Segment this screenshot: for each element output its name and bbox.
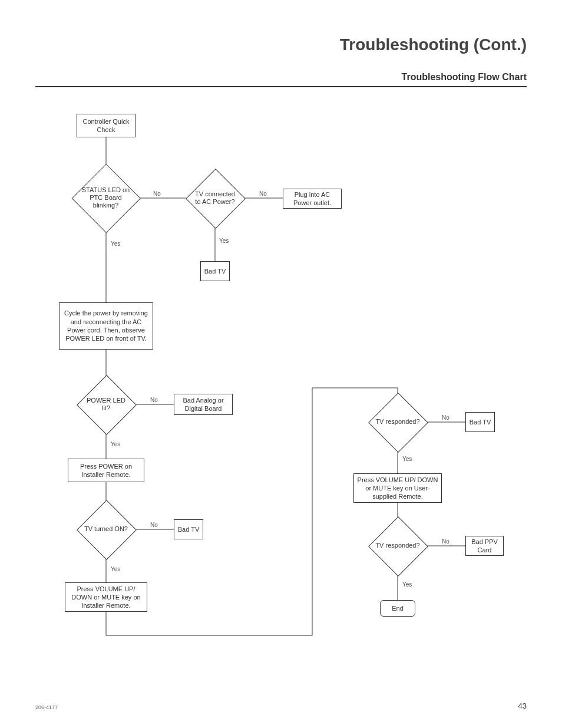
label-yes: Yes (402, 456, 412, 462)
label-yes: Yes (111, 241, 120, 247)
node-badtv3: Bad TV (465, 412, 495, 432)
node-badppv: Bad PPV Card (465, 536, 504, 556)
node-presspower: Press POWER on Installer Remote. (68, 459, 144, 482)
node-d-turnedon-text: TV turned ON? (77, 500, 135, 559)
label-yes: Yes (111, 566, 120, 572)
node-d-power: POWER LED lit? (77, 375, 135, 434)
node-badtv1: Bad TV (200, 261, 230, 281)
node-d-status: STATUS LED on PTC Board blinking? (72, 164, 140, 232)
page-number: 43 (518, 701, 527, 710)
label-no: No (153, 190, 161, 197)
node-start: Controller Quick Check (77, 114, 135, 137)
label-yes: Yes (219, 238, 229, 244)
node-pressvol1: Press VOLUME UP/ DOWN or MUTE key on Ins… (65, 582, 147, 612)
node-d-resp2-text: TV responded? (368, 516, 427, 575)
node-d-ac: TV connected to AC Power? (186, 169, 244, 228)
label-yes: Yes (111, 441, 120, 447)
node-badtv2: Bad TV (174, 519, 203, 539)
node-d-turnedon: TV turned ON? (77, 500, 135, 559)
flowchart: Controller Quick Check STATUS LED on PTC… (35, 111, 527, 653)
doc-number: 206-4177 (35, 704, 58, 710)
node-d-status-text: STATUS LED on PTC Board blinking? (72, 164, 140, 232)
node-badboard: Bad Analog or Digital Board (174, 394, 233, 415)
node-d-power-text: POWER LED lit? (77, 375, 135, 434)
node-d-resp1: TV responded? (368, 393, 427, 452)
label-no: No (442, 538, 449, 545)
node-plug: Plug into AC Power outlet. (283, 189, 342, 209)
node-d-resp1-text: TV responded? (368, 393, 427, 452)
label-no: No (150, 522, 158, 528)
label-yes: Yes (402, 581, 412, 588)
node-end: End (380, 600, 415, 617)
node-d-resp2: TV responded? (368, 516, 427, 575)
section-subtitle: Troubleshooting Flow Chart (35, 72, 527, 87)
node-pressvol2: Press VOLUME UP/ DOWN or MUTE key on Use… (353, 473, 442, 503)
node-cycle: Cycle the power by removing and reconnec… (59, 302, 153, 350)
label-no: No (442, 414, 449, 421)
label-no: No (150, 397, 158, 403)
page-title: Troubleshooting (Cont.) (35, 35, 527, 54)
node-d-ac-text: TV connected to AC Power? (186, 169, 244, 228)
label-no: No (259, 190, 267, 197)
